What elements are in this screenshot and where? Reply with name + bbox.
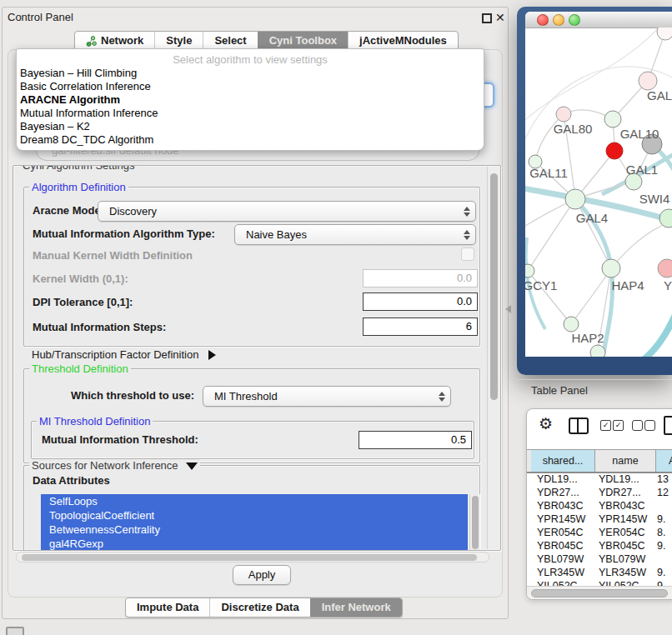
tab-style[interactable]: Style: [154, 32, 203, 50]
table-row[interactable]: YDL19...YDL19...13: [527, 472, 672, 486]
node-gal4[interactable]: [565, 189, 585, 209]
cell-value: 9.: [657, 539, 665, 552]
node-gcy1[interactable]: [525, 264, 534, 278]
popup-item[interactable]: Bayesian – K2: [17, 120, 484, 133]
node-label-hap2: HAP2: [571, 331, 604, 345]
mi-threshold-field[interactable]: 0.5: [359, 431, 472, 449]
float-window-icon[interactable]: [482, 13, 492, 23]
which-threshold-label: Which threshold to use:: [71, 389, 194, 402]
node-label-gal1: GAL1: [626, 162, 658, 177]
column-header-name[interactable]: name: [594, 450, 655, 472]
cell-name: YIL052C: [599, 579, 639, 586]
settings-group-title: Cyni Algorithm Settings: [20, 165, 137, 172]
table-row[interactable]: YPR145WYPR145W9.: [527, 512, 672, 526]
hub-definition-row[interactable]: Hub/Transcription Factor Definition: [32, 348, 216, 361]
cyni-algorithm-settings-group: Cyni Algorithm Settings Algorithm Defini…: [13, 165, 501, 551]
list-item[interactable]: gal4RGexp: [41, 537, 468, 551]
minimized-panel-icon[interactable]: [6, 627, 24, 635]
split-columns-icon[interactable]: [569, 418, 589, 434]
cell-shared: YER054C: [537, 526, 584, 539]
cell-value: 9.: [657, 566, 665, 579]
tab-discretize-data-label: Discretize Data: [221, 598, 298, 617]
page-icon[interactable]: [664, 416, 672, 435]
mi-algorithm-type-label: Mutual Information Algorithm Type:: [33, 228, 215, 240]
zoom-traffic-light-icon[interactable]: [569, 14, 580, 26]
popup-item-selected[interactable]: ARACNE Algorithm: [17, 93, 484, 107]
gear-icon[interactable]: ⚙: [539, 414, 553, 433]
node-label-gal-top: GAL: [647, 88, 672, 102]
popup-item[interactable]: Mutual Information Inference: [17, 107, 484, 120]
sources-group-title: Sources for Network Inference: [29, 459, 200, 472]
mi-steps-field[interactable]: 6: [363, 318, 478, 336]
tab-cyni-toolbox[interactable]: Cyni Toolbox: [258, 32, 348, 50]
popup-item[interactable]: Bayesian – Hill Climbing: [17, 67, 484, 80]
tab-network[interactable]: Network: [75, 32, 154, 50]
node-unlabeled[interactable]: [657, 28, 672, 40]
settings-vertical-scrollbar[interactable]: [487, 167, 500, 549]
tab-select[interactable]: Select: [203, 32, 257, 50]
list-item[interactable]: BetweennessCentrality: [41, 522, 468, 537]
manual-kernel-width-checkbox[interactable]: [461, 248, 474, 261]
network-window-titlebar[interactable]: [525, 12, 672, 28]
node-gal-top[interactable]: [639, 72, 657, 90]
apply-button[interactable]: Apply: [233, 565, 291, 585]
aracne-mode-combobox[interactable]: Discovery: [98, 201, 476, 222]
table-panel-title: Table Panel: [531, 384, 588, 397]
node-hap4[interactable]: [602, 259, 620, 278]
list-item[interactable]: TopologicalCoefficient: [41, 508, 468, 522]
column-header-next[interactable]: A: [655, 450, 672, 472]
tab-jactivemnodules[interactable]: jActiveMNodules: [348, 32, 458, 50]
table-row[interactable]: YLR345WYLR345W9.: [527, 566, 672, 579]
settings-horizontal-scrollbar[interactable]: [16, 552, 489, 562]
cell-shared: YDL19...: [537, 472, 578, 486]
node-red-selected[interactable]: [606, 142, 623, 159]
combo-stepper-icon: [464, 206, 470, 218]
column-header-shared[interactable]: shared...: [531, 450, 594, 472]
table-row[interactable]: YDR27...YDR27...12: [527, 486, 672, 499]
table-hscroll-thumb[interactable]: [531, 589, 668, 598]
node-label-gal80: GAL80: [554, 122, 593, 136]
list-vscroll-thumb[interactable]: [472, 496, 479, 549]
close-traffic-light-icon[interactable]: [537, 14, 549, 26]
table-horizontal-scrollbar[interactable]: [527, 586, 672, 600]
mi-algorithm-type-combobox[interactable]: Naive Bayes: [234, 224, 476, 245]
popup-item[interactable]: Dream8 DC_TDC Algorithm: [17, 133, 484, 147]
node-swi4[interactable]: [659, 209, 672, 228]
select-all-checkbox-icon[interactable]: ✓: [600, 420, 611, 431]
node-gal80[interactable]: [556, 107, 571, 122]
table-row[interactable]: YBR043CYBR043C: [527, 499, 672, 512]
split-columns-divider: [577, 419, 579, 432]
network-edge-thick: [642, 311, 672, 357]
settings-hscroll-thumb[interactable]: [22, 554, 477, 561]
cell-name: YLR345W: [599, 566, 646, 579]
collapse-arrow-icon[interactable]: [186, 462, 198, 470]
node-hap2[interactable]: [564, 317, 579, 332]
threshold-definition-group: Threshold Definition Which threshold to …: [23, 368, 480, 463]
list-vertical-scrollbar[interactable]: [469, 494, 480, 551]
table-row[interactable]: YER054CYER054C8.: [527, 526, 672, 539]
close-icon[interactable]: ✕: [495, 10, 505, 25]
popup-item[interactable]: Basic Correlation Inference: [17, 80, 484, 93]
network-canvas[interactable]: GAL GAL80 GAL10 GAL11 GAL1 SWI4 GAL4 GCY…: [525, 28, 672, 357]
tab-impute-data[interactable]: Impute Data: [126, 598, 209, 617]
settings-vscroll-thumb[interactable]: [490, 173, 498, 400]
deselect-all-checkbox-icon[interactable]: [632, 420, 643, 431]
node-bottom[interactable]: [590, 345, 605, 357]
minimize-traffic-light-icon[interactable]: [553, 14, 564, 26]
which-threshold-combobox[interactable]: MI Threshold: [203, 386, 451, 407]
dpi-tolerance-field[interactable]: 0.0: [363, 292, 478, 311]
list-item[interactable]: SelfLoops: [41, 494, 468, 508]
node-gal10[interactable]: [604, 111, 621, 128]
table-row[interactable]: YIL052CYIL052C9: [527, 579, 672, 586]
kernel-width-field[interactable]: 0.0: [363, 269, 478, 288]
expand-arrow-icon[interactable]: [208, 350, 216, 360]
tab-infer-network[interactable]: Infer Network: [310, 598, 402, 617]
node-pink-right[interactable]: [658, 259, 672, 278]
cell-name: YER054C: [599, 526, 645, 539]
splitter-collapse-icon[interactable]: [505, 305, 511, 313]
deselect-all-checkbox-icon2: [644, 420, 655, 431]
table-row[interactable]: YBL079WYBL079W: [527, 552, 672, 566]
table-row[interactable]: YBR045CYBR045C9.: [527, 539, 672, 552]
tab-discretize-data[interactable]: Discretize Data: [209, 598, 309, 617]
cell-name: YDL19...: [599, 472, 639, 486]
